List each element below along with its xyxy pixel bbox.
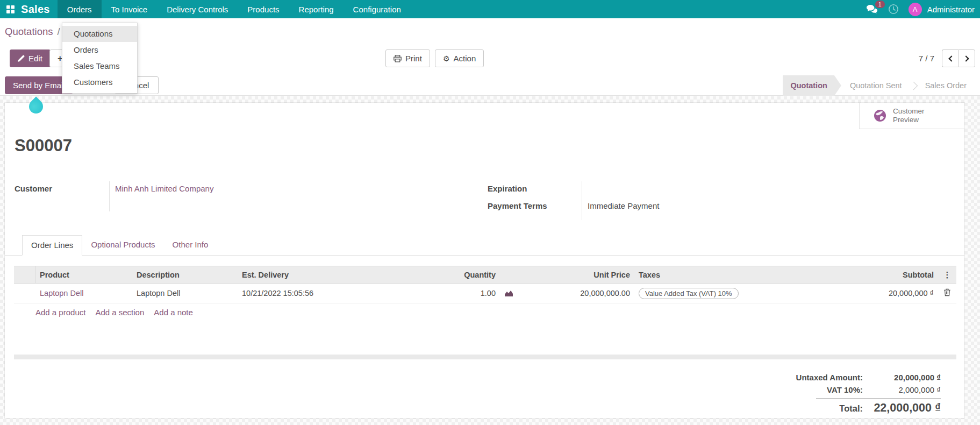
- payment-terms-field-value[interactable]: Immediate Payment: [588, 199, 684, 216]
- avatar: A: [909, 3, 922, 16]
- subtotal-cell: 20,000,000 ₫: [825, 289, 938, 298]
- untaxed-amount-value: 20,000,000 ₫: [868, 373, 941, 382]
- nav-item-configuration[interactable]: Configuration: [344, 0, 411, 18]
- order-lines-table: Product Description Est. Delivery Quanti…: [14, 266, 956, 322]
- status-stage-pipeline: Quotation Quotation Sent Sales Order: [783, 75, 975, 96]
- action-button[interactable]: ⚙ Action: [435, 49, 484, 67]
- nav-item-to-invoice[interactable]: To Invoice: [102, 0, 158, 18]
- vat-value: 2,000,000 ₫: [868, 385, 941, 394]
- user-name: Administrator: [927, 5, 975, 14]
- customer-preview-label: Customer Preview: [893, 107, 935, 124]
- column-header-subtotal[interactable]: Subtotal: [825, 271, 938, 279]
- description-cell[interactable]: Laptopn Dell: [132, 289, 238, 298]
- user-menu[interactable]: A Administrator: [909, 3, 975, 16]
- customer-field-group: Customer Minh Anh Limited Company: [15, 181, 213, 211]
- edit-button[interactable]: Edit: [10, 49, 51, 67]
- nav-item-orders[interactable]: Orders: [58, 0, 102, 18]
- expiration-field-value[interactable]: [588, 181, 684, 199]
- product-link[interactable]: Laptopn Dell: [40, 289, 83, 298]
- tab-optional-products[interactable]: Optional Products: [82, 235, 163, 256]
- activities-clock-icon[interactable]: [888, 4, 899, 15]
- column-header-description[interactable]: Description: [132, 271, 238, 279]
- customer-value-link[interactable]: Minh Anh Limited Company: [115, 184, 213, 193]
- menu-item-customers[interactable]: Customers: [62, 74, 137, 90]
- notebook-tabs: Order Lines Optional Products Other Info: [5, 235, 964, 256]
- tab-order-lines[interactable]: Order Lines: [22, 235, 82, 256]
- print-button[interactable]: Print: [385, 49, 430, 67]
- nav-item-products[interactable]: Products: [238, 0, 289, 18]
- quotation-number-title: S00007: [15, 136, 72, 155]
- column-header-unit-price[interactable]: Unit Price: [527, 271, 634, 279]
- pager-next-button[interactable]: [958, 49, 975, 67]
- total-divider: [816, 398, 941, 399]
- list-footer-band: [14, 355, 956, 359]
- quotation-form-sheet: Customer Preview S00007 Customer Minh An…: [5, 103, 964, 418]
- stage-separator-icon: [911, 75, 917, 96]
- order-line-row[interactable]: Laptopn Dell Laptopn Dell 10/21/2022 15:…: [14, 284, 956, 303]
- messages-button[interactable]: 1: [866, 4, 878, 14]
- delete-row-trash-icon[interactable]: [938, 288, 956, 298]
- right-field-group: Expiration Payment Terms Immediate Payme…: [488, 181, 684, 220]
- handle-column-header: [14, 266, 35, 283]
- pager-previous-button[interactable]: [942, 49, 958, 67]
- breadcrumb: Quotations/: [5, 26, 60, 38]
- list-add-links: Add a product Add a section Add a note: [14, 303, 956, 322]
- menu-item-orders[interactable]: Orders: [62, 42, 137, 58]
- printer-icon: [394, 55, 402, 62]
- column-header-taxes[interactable]: Taxes: [634, 271, 825, 279]
- add-a-product-link[interactable]: Add a product: [35, 308, 85, 317]
- control-panel: Quotations/ Edit + Create Print ⚙ Action…: [0, 18, 980, 75]
- form-sheet-background: Customer Preview S00007 Customer Minh An…: [0, 96, 980, 425]
- chevron-left-icon: [948, 55, 954, 61]
- order-lines-header-row: Product Description Est. Delivery Quanti…: [14, 266, 956, 284]
- stage-sales-order[interactable]: Sales Order: [917, 75, 975, 96]
- form-statusbar: Send by Email Cancel Quotation Quotation…: [0, 75, 980, 96]
- column-header-est-delivery[interactable]: Est. Delivery: [238, 271, 398, 279]
- pager: 7 / 7: [919, 49, 975, 67]
- total-value: 22,000,000 ₫: [868, 401, 941, 415]
- globe-icon: [874, 109, 886, 122]
- gear-icon: ⚙: [443, 54, 450, 63]
- untaxed-amount-label: Untaxed Amount:: [796, 373, 863, 382]
- messages-count-badge: 1: [875, 1, 885, 8]
- column-header-quantity[interactable]: Quantity: [398, 271, 500, 279]
- totals-summary: Untaxed Amount: 20,000,000 ₫ VAT 10%: 2,…: [796, 373, 941, 418]
- chevron-right-icon: [963, 55, 969, 61]
- vat-label: VAT 10%:: [827, 385, 863, 394]
- menu-item-sales-teams[interactable]: Sales Teams: [62, 58, 137, 74]
- quantity-cell[interactable]: 1.00: [398, 289, 500, 298]
- app-title[interactable]: Sales: [21, 3, 50, 16]
- est-delivery-cell[interactable]: 10/21/2022 15:05:56: [238, 289, 398, 298]
- add-a-section-link[interactable]: Add a section: [95, 308, 144, 317]
- payment-terms-field-label: Payment Terms: [488, 199, 582, 216]
- unit-price-cell[interactable]: 20,000,000.00: [527, 289, 634, 298]
- forecast-chart-icon[interactable]: [500, 289, 527, 297]
- menu-item-quotations[interactable]: Quotations: [62, 26, 137, 42]
- customer-field-label: Customer: [15, 181, 109, 211]
- customer-preview-button[interactable]: Customer Preview: [859, 103, 964, 129]
- apps-grid-icon[interactable]: [6, 5, 15, 13]
- expiration-field-label: Expiration: [488, 181, 582, 199]
- breadcrumb-quotations-link[interactable]: Quotations: [5, 26, 53, 37]
- stage-quotation-sent[interactable]: Quotation Sent: [841, 75, 911, 96]
- orders-dropdown-menu: Quotations Orders Sales Teams Customers: [62, 23, 138, 94]
- total-label: Total:: [839, 403, 863, 414]
- tab-other-info[interactable]: Other Info: [164, 235, 217, 256]
- add-a-note-link[interactable]: Add a note: [154, 308, 193, 317]
- pager-count: 7 / 7: [919, 54, 934, 63]
- pencil-icon: [18, 55, 25, 62]
- column-header-product[interactable]: Product: [35, 271, 132, 279]
- top-nav: Sales Orders To Invoice Delivery Control…: [0, 0, 980, 18]
- nav-item-reporting[interactable]: Reporting: [289, 0, 344, 18]
- tax-pill[interactable]: Value Added Tax (VAT) 10%: [639, 288, 739, 299]
- optional-columns-toggle-icon[interactable]: ⋮: [938, 270, 956, 280]
- breadcrumb-separator: /: [57, 26, 60, 37]
- stage-quotation[interactable]: Quotation: [783, 75, 841, 96]
- nav-item-delivery-controls[interactable]: Delivery Controls: [157, 0, 238, 18]
